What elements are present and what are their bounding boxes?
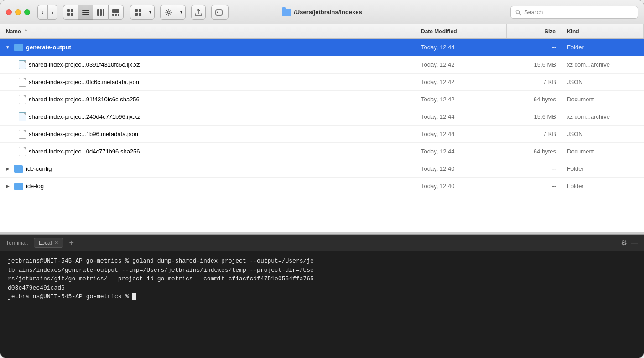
list-item[interactable]: shared-index-projec...91f4310fc6c.sha256…	[0, 91, 644, 108]
settings-dropdown-button[interactable]: ▾	[177, 5, 186, 20]
traffic-lights	[6, 9, 30, 15]
view-column-button[interactable]	[93, 5, 108, 20]
view-list-button[interactable]	[78, 5, 93, 20]
list-item[interactable]: shared-index-projec...0fc6c.metadata.jso…	[0, 74, 644, 91]
minimize-button[interactable]	[15, 9, 21, 15]
terminal-tab-local[interactable]: Local ✕	[34, 238, 64, 248]
terminal-cursor	[132, 293, 136, 300]
terminal-settings-button[interactable]: ⚙	[621, 238, 627, 247]
folder-icon	[14, 183, 23, 190]
terminal-body: jetbrains@UNIT-545-AP go-metrics % golan…	[0, 251, 644, 358]
file-kind-cell: Folder	[561, 183, 644, 190]
titlebar: ‹ ›	[0, 0, 644, 24]
terminal-line-1: jetbrains@UNIT-545-AP go-metrics % golan…	[8, 257, 636, 266]
file-kind-cell: JSON	[561, 131, 644, 137]
file-date-cell: Today, 12:40	[415, 165, 507, 172]
file-date-cell: Today, 12:42	[415, 61, 507, 68]
sort-arrow: ⌃	[24, 29, 27, 34]
file-date-cell: Today, 12:42	[415, 79, 507, 85]
list-item[interactable]: shared-index-projec...0d4c771b96.sha256 …	[0, 143, 644, 160]
file-kind-cell: Document	[561, 148, 644, 155]
file-date-cell: Today, 12:44	[415, 44, 507, 51]
file-size-cell: --	[507, 44, 561, 51]
file-browser: Name ⌃ Date Modified Size Kind ▼ generat…	[0, 24, 644, 232]
file-kind-cell: xz com...archive	[561, 61, 644, 68]
file-name-cell: ▶ ide-log	[0, 183, 415, 190]
view-gallery-button[interactable]	[108, 5, 124, 20]
list-item[interactable]: ▶ ide-config Today, 12:40 -- Folder	[0, 160, 644, 178]
file-name-cell: shared-index-projec...0391f4310fc6c.ijx.…	[0, 60, 415, 69]
file-size-cell: 64 bytes	[507, 148, 561, 155]
list-item[interactable]: shared-index-projec...240d4c771b96.ijx.x…	[0, 108, 644, 126]
svg-rect-11	[112, 14, 114, 16]
back-button[interactable]: ‹	[37, 5, 47, 20]
terminal-tabbar: Terminal: Local ✕ + ⚙ —	[0, 235, 644, 251]
svg-rect-9	[103, 9, 104, 16]
file-name-cell: shared-index-projec...91f4310fc6c.sha256	[0, 95, 415, 104]
disclosure-collapsed-icon[interactable]: ▶	[4, 165, 11, 173]
svg-line-22	[519, 13, 521, 15]
column-headers: Name ⌃ Date Modified Size Kind	[0, 24, 644, 39]
file-kind-cell: Folder	[561, 44, 644, 51]
svg-rect-0	[67, 9, 70, 12]
file-name-cell: ▶ ide-config	[0, 165, 415, 173]
search-container	[510, 6, 638, 19]
view-buttons	[63, 5, 124, 20]
file-compress-icon	[19, 60, 26, 69]
file-kind-cell: xz com...archive	[561, 113, 644, 120]
svg-rect-16	[135, 13, 138, 16]
file-icon	[19, 130, 26, 139]
file-name-cell: shared-index-projec...240d4c771b96.ijx.x…	[0, 112, 415, 121]
disclosure-collapsed-icon[interactable]: ▶	[4, 183, 11, 190]
share-button[interactable]	[191, 5, 206, 20]
finder-window: ‹ ›	[0, 0, 644, 358]
file-kind-cell: Folder	[561, 165, 644, 172]
list-item[interactable]: shared-index-projec...0391f4310fc6c.ijx.…	[0, 56, 644, 74]
svg-rect-13	[118, 14, 119, 16]
view-icon-button[interactable]	[63, 5, 78, 20]
file-kind-cell: Document	[561, 96, 644, 103]
close-button[interactable]	[6, 9, 12, 15]
svg-rect-19	[216, 10, 222, 15]
list-item[interactable]: shared-index-projec...1b96.metadata.json…	[0, 126, 644, 143]
svg-rect-15	[139, 9, 141, 12]
file-size-cell: 15,6 MB	[507, 61, 561, 68]
svg-rect-2	[67, 13, 70, 16]
terminal-line-4: d03e479ec491cad6	[8, 284, 636, 293]
svg-rect-6	[82, 14, 89, 15]
file-name-cell: shared-index-projec...0d4c771b96.sha256	[0, 147, 415, 156]
file-name-cell: shared-index-projec...1b96.metadata.json	[0, 130, 415, 139]
search-icon	[515, 9, 521, 16]
file-icon	[19, 147, 26, 156]
list-item[interactable]: ▼ generate-output Today, 12:44 -- Folder	[0, 39, 644, 56]
svg-rect-10	[112, 9, 119, 13]
file-size-cell: 7 KB	[507, 131, 561, 137]
terminal-tab-close-icon[interactable]: ✕	[54, 240, 58, 246]
search-input[interactable]	[524, 9, 633, 16]
col-date-header[interactable]: Date Modified	[415, 24, 507, 38]
file-icon	[19, 95, 26, 104]
disclosure-expanded-icon[interactable]: ▼	[4, 44, 11, 51]
terminal-minimize-button[interactable]: —	[631, 239, 638, 247]
file-date-cell: Today, 12:44	[415, 131, 507, 137]
forward-button[interactable]: ›	[47, 5, 58, 20]
new-terminal-tab-button[interactable]: +	[67, 239, 76, 247]
svg-point-18	[168, 11, 170, 13]
terminal-container: Terminal: Local ✕ + ⚙ — jetbrains@UNIT-5…	[0, 234, 644, 358]
title-folder-icon	[282, 9, 291, 16]
action-dropdown-button[interactable]: ▾	[146, 5, 155, 20]
maximize-button[interactable]	[24, 9, 30, 15]
search-box[interactable]	[510, 6, 638, 19]
col-kind-header[interactable]: Kind	[561, 24, 644, 38]
settings-button[interactable]	[160, 5, 177, 20]
action-main-button[interactable]	[130, 5, 146, 20]
col-size-header[interactable]: Size	[507, 24, 561, 38]
terminal-line-2: tbrains/indexes/generate-output --tmp=/U…	[8, 266, 636, 275]
svg-rect-8	[100, 9, 102, 16]
list-item[interactable]: ▶ ide-log Today, 12:40 -- Folder	[0, 178, 644, 195]
svg-rect-3	[71, 13, 73, 16]
terminal-actions: ⚙ —	[621, 238, 638, 247]
tag-button[interactable]	[211, 5, 229, 20]
col-name-header[interactable]: Name ⌃	[0, 24, 415, 38]
settings-group: ▾	[160, 5, 186, 20]
